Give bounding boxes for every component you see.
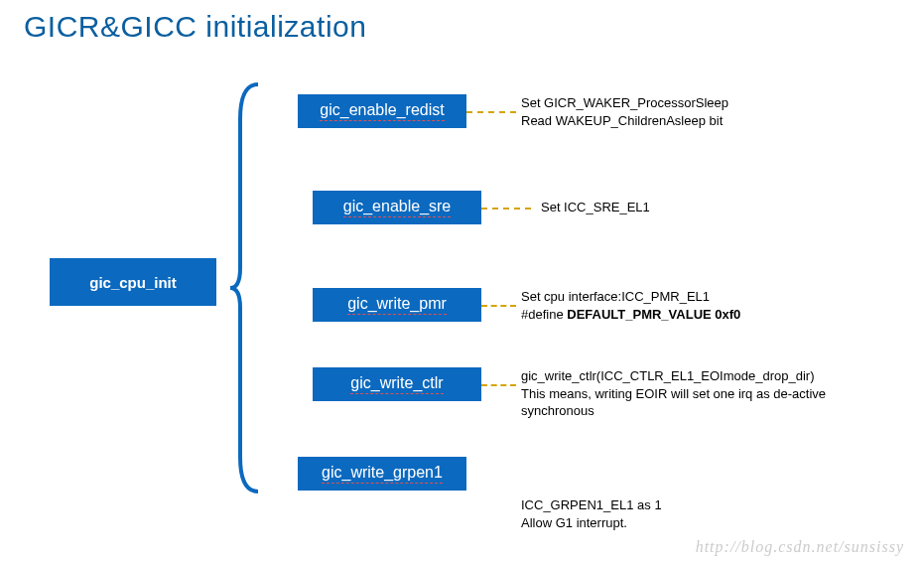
node-desc: Set cpu interface:ICC_PMR_EL1 #define DE… xyxy=(521,288,740,323)
node-label: gic_enable_sre xyxy=(343,198,452,217)
node-label: gic_write_grpen1 xyxy=(322,464,443,484)
node-gic-enable-sre: gic_enable_sre xyxy=(313,191,481,224)
node-label: gic_write_pmr xyxy=(347,295,447,315)
desc-line: Set ICC_SRE_EL1 xyxy=(541,199,650,216)
desc-line: Read WAKEUP_ChildrenAsleep bit xyxy=(521,112,728,130)
node-gic-enable-redist: gic_enable_redist xyxy=(298,94,466,128)
desc-line: Set cpu interface:ICC_PMR_EL1 xyxy=(521,288,740,306)
desc-line: ICC_GRPEN1_EL1 as 1 xyxy=(521,496,662,514)
page-title: GICR&GICC initialization xyxy=(24,10,366,44)
node-label: gic_write_ctlr xyxy=(350,374,443,394)
connector-line xyxy=(481,208,531,210)
desc-line: This means, writing EOIR will set one ir… xyxy=(521,385,826,403)
node-gic-write-grpen1: gic_write_grpen1 xyxy=(298,457,466,491)
desc-line: Allow G1 interrupt. xyxy=(521,514,662,532)
node-desc: Set GICR_WAKER_ProcessorSleep Read WAKEU… xyxy=(521,94,728,129)
desc-line: gic_write_ctlr(ICC_CTLR_EL1_EOImode_drop… xyxy=(521,367,826,385)
desc-line: synchronous xyxy=(521,402,826,420)
desc-line: #define DEFAULT_PMR_VALUE 0xf0 xyxy=(521,306,740,324)
node-desc: ICC_GRPEN1_EL1 as 1 Allow G1 interrupt. xyxy=(521,496,662,531)
connector-line xyxy=(481,384,516,386)
node-gic-write-ctlr: gic_write_ctlr xyxy=(313,367,481,401)
node-desc: gic_write_ctlr(ICC_CTLR_EL1_EOImode_drop… xyxy=(521,367,826,420)
node-desc: Set ICC_SRE_EL1 xyxy=(541,199,650,216)
root-node: gic_cpu_init xyxy=(50,258,216,306)
connector-line xyxy=(481,305,516,307)
node-label: gic_enable_redist xyxy=(320,101,444,121)
node-gic-write-pmr: gic_write_pmr xyxy=(313,288,481,322)
brace-icon xyxy=(228,79,268,496)
connector-line xyxy=(466,111,516,113)
watermark-text: http://blog.csdn.net/sunsissy xyxy=(696,538,904,556)
bold-text: DEFAULT_PMR_VALUE 0xf0 xyxy=(567,307,740,322)
desc-line: Set GICR_WAKER_ProcessorSleep xyxy=(521,94,728,112)
